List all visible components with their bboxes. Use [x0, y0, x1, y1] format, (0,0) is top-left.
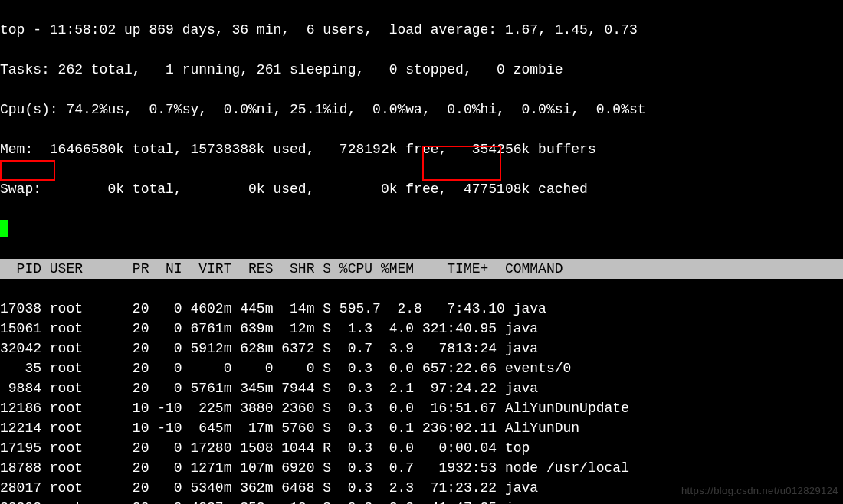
process-table-header: PID USER PR NI VIRT RES SHR S %CPU %MEM …	[0, 259, 843, 279]
process-row: 12214 root 10 -10 645m 17m 5760 S 0.3 0.…	[0, 418, 843, 438]
cursor-icon	[0, 220, 8, 237]
watermark-text: https://blog.csdn.net/u012829124	[681, 481, 838, 501]
process-row: 35 root 20 0 0 0 0 S 0.3 0.0 657:22.66 e…	[0, 358, 843, 378]
summary-line-1: top - 11:58:02 up 869 days, 36 min, 6 us…	[0, 20, 843, 40]
summary-line-3: Cpu(s): 74.2%us, 0.7%sy, 0.0%ni, 25.1%id…	[0, 100, 843, 119]
process-row: 9884 root 20 0 5761m 345m 7944 S 0.3 2.1…	[0, 378, 843, 398]
summary-line-2: Tasks: 262 total, 1 running, 261 sleepin…	[0, 60, 843, 80]
process-row: 17195 root 20 0 17280 1508 1044 R 0.3 0.…	[0, 438, 843, 458]
process-row: 18788 root 20 0 1271m 107m 6920 S 0.3 0.…	[0, 458, 843, 478]
cursor-line	[0, 219, 843, 239]
process-row: 17038 root 20 0 4602m 445m 14m S 595.7 2…	[0, 299, 843, 319]
process-row: 12186 root 10 -10 225m 3880 2360 S 0.3 0…	[0, 398, 843, 418]
process-row: 32042 root 20 0 5912m 628m 6372 S 0.7 3.…	[0, 339, 843, 358]
terminal-output[interactable]: top - 11:58:02 up 869 days, 36 min, 6 us…	[0, 0, 843, 504]
summary-line-4: Mem: 16466580k total, 15738388k used, 72…	[0, 139, 843, 159]
process-row: 15061 root 20 0 6761m 639m 12m S 1.3 4.0…	[0, 319, 843, 339]
process-list: 17038 root 20 0 4602m 445m 14m S 595.7 2…	[0, 299, 843, 504]
summary-line-5: Swap: 0k total, 0k used, 0k free, 477510…	[0, 179, 843, 199]
